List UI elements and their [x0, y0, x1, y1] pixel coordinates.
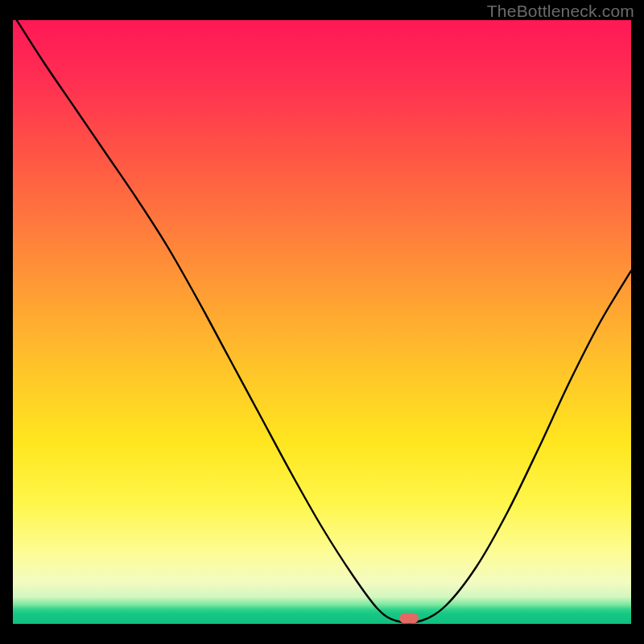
attribution-label: TheBottleneck.com [487, 2, 634, 21]
plot-area [13, 20, 631, 624]
optimum-marker [399, 613, 419, 623]
chart-stage: TheBottleneck.com [0, 0, 644, 644]
bottleneck-curve [13, 20, 631, 624]
